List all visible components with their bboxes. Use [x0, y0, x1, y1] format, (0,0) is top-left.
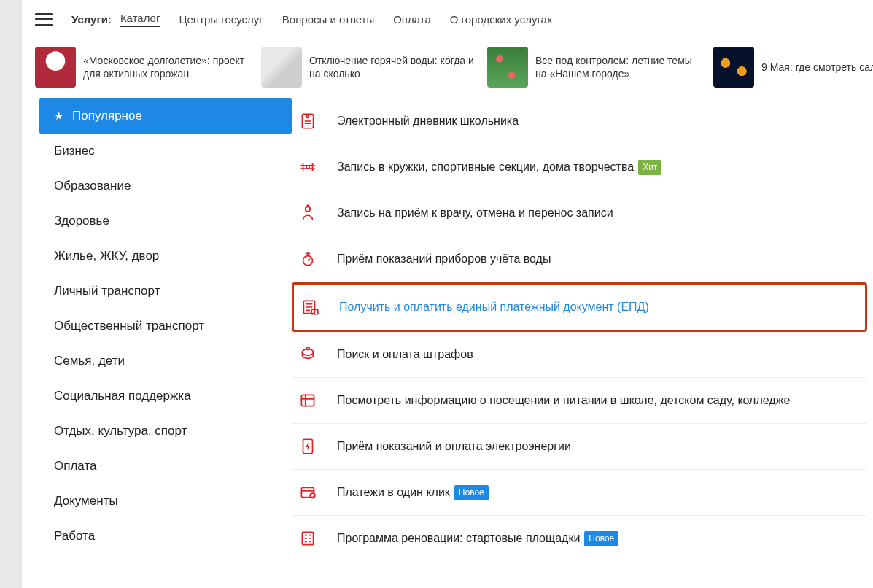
service-row-highlighted[interactable]: Получить и оплатить единый платежный док…	[292, 282, 867, 332]
service-row[interactable]: Программа реновации: стартовые площадкиН…	[292, 516, 867, 561]
service-label: Получить и оплатить единый платежный док…	[339, 299, 649, 315]
electricity-icon	[292, 437, 324, 456]
news-thumb-icon	[261, 47, 302, 88]
svg-rect-9	[301, 395, 314, 406]
service-label: Программа реновации: стартовые площадкиН…	[337, 530, 618, 546]
sidebar-item-documents[interactable]: Документы	[39, 484, 292, 519]
news-thumb-icon	[713, 47, 754, 88]
nav-item-payment[interactable]: Оплата	[393, 13, 431, 26]
top-nav: Услуги: Каталог Центры госуслуг Вопросы …	[22, 0, 873, 39]
sidebar-item-label: Популярное	[72, 109, 142, 123]
svg-point-3	[306, 206, 311, 212]
service-row[interactable]: Запись на приём к врачу, отмена и перено…	[292, 190, 867, 236]
sidebar-item-education[interactable]: Образование	[39, 169, 292, 204]
svg-point-2	[306, 166, 309, 169]
news-card[interactable]: «Московское долголетие»: проект для акти…	[35, 47, 251, 88]
service-label: Приём показаний приборов учёта воды	[337, 251, 551, 267]
nav-item-catalog[interactable]: Каталог	[120, 12, 160, 27]
sidebar-item-health[interactable]: Здоровье	[39, 204, 292, 239]
sidebar-item-popular[interactable]: ★ Популярное	[39, 98, 292, 134]
doctor-icon	[292, 204, 324, 223]
sport-icon	[292, 158, 324, 177]
badge-new: Новое	[584, 531, 618, 546]
sidebar-item-family[interactable]: Семья, дети	[39, 344, 292, 379]
nav-item-centers[interactable]: Центры госуслуг	[179, 13, 263, 26]
badge-new: Новое	[454, 485, 489, 500]
service-label: Платежи в один кликНовое	[337, 484, 489, 500]
nav-label: Услуги:	[71, 13, 112, 26]
news-text: Все под контролем: летние темы на «Нашем…	[535, 54, 703, 80]
fines-icon	[292, 345, 324, 364]
news-card[interactable]: Все под контролем: летние темы на «Нашем…	[487, 47, 703, 88]
sidebar-item-work[interactable]: Работа	[39, 519, 292, 554]
news-text: «Московское долголетие»: проект для акти…	[83, 54, 251, 80]
sidebar-item-social[interactable]: Социальная поддержка	[39, 379, 292, 414]
service-label: Посмотреть информацию о посещении и пита…	[337, 392, 790, 409]
hamburger-icon[interactable]	[35, 13, 53, 26]
one-click-icon	[292, 483, 324, 502]
badge-hit: Хит	[638, 160, 661, 175]
star-icon: ★	[54, 109, 63, 123]
attendance-icon	[292, 391, 324, 410]
service-label: Поиск и оплата штрафов	[337, 347, 473, 363]
service-label: Запись в кружки, спортивные секции, дома…	[337, 159, 661, 175]
water-meter-icon	[292, 249, 324, 268]
school-dairy-icon	[292, 112, 324, 131]
sidebar-item-personal-transport[interactable]: Личный транспорт	[39, 274, 292, 309]
renovation-icon	[292, 529, 324, 548]
nav-item-about[interactable]: О городских услугах	[450, 13, 553, 26]
sidebar-item-business[interactable]: Бизнес	[39, 134, 292, 169]
service-row[interactable]: Приём показаний приборов учёта воды	[292, 236, 867, 282]
sidebar-item-public-transport[interactable]: Общественный транспорт	[39, 309, 292, 344]
service-row[interactable]: Поиск и оплата штрафов	[292, 332, 867, 378]
payment-doc-icon	[294, 298, 326, 317]
news-thumb-icon	[35, 47, 76, 88]
nav-item-qa[interactable]: Вопросы и ответы	[282, 13, 374, 26]
service-label: Приём показаний и оплата электроэнергии	[337, 438, 571, 454]
service-label: Запись на приём к врачу, отмена и перено…	[337, 205, 613, 221]
sidebar: ★ Популярное Бизнес Образование Здоровье…	[22, 98, 292, 561]
service-row[interactable]: Приём показаний и оплата электроэнергии	[292, 424, 867, 470]
svg-rect-11	[301, 488, 314, 498]
svg-point-1	[306, 115, 309, 117]
service-row[interactable]: Посмотреть информацию о посещении и пита…	[292, 378, 867, 424]
news-text: Отключение горячей воды: когда и на скол…	[309, 54, 477, 80]
service-row[interactable]: Электронный дневник школьника	[292, 98, 867, 144]
svg-rect-13	[302, 532, 313, 544]
sidebar-item-leisure[interactable]: Отдых, культура, спорт	[39, 414, 292, 449]
service-row[interactable]: Платежи в один кликНовое	[292, 470, 867, 516]
sidebar-item-housing[interactable]: Жилье, ЖКУ, двор	[39, 239, 292, 274]
news-card[interactable]: Отключение горячей воды: когда и на скол…	[261, 47, 477, 88]
service-label: Электронный дневник школьника	[337, 113, 519, 129]
sidebar-item-payment[interactable]: Оплата	[39, 449, 292, 484]
service-row[interactable]: Запись в кружки, спортивные секции, дома…	[292, 144, 867, 190]
news-card[interactable]: 9 Мая: где смотреть сал	[713, 47, 873, 88]
news-thumb-icon	[487, 47, 528, 88]
news-text: 9 Мая: где смотреть сал	[761, 61, 873, 74]
news-bar: «Московское долголетие»: проект для акти…	[22, 39, 873, 98]
services-list: Электронный дневник школьника Запись в к…	[292, 98, 873, 561]
